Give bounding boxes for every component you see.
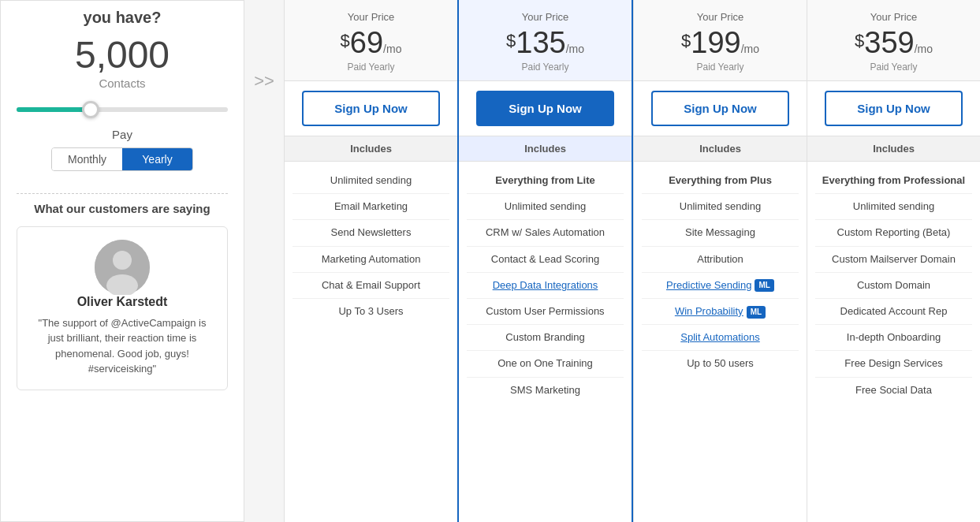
features-list-enterprise: Everything from ProfessionalUnlimited se… bbox=[807, 162, 980, 522]
arrow-col: >> bbox=[244, 0, 284, 522]
price-amount-plus: $135 bbox=[506, 26, 566, 59]
feature-item-professional-3: Attribution bbox=[642, 247, 799, 273]
plan-header-lite: Your Price$69/moPaid Yearly bbox=[285, 0, 457, 81]
signup-button-professional[interactable]: Sign Up Now bbox=[651, 91, 789, 126]
plan-col-enterprise: Your Price$359/moPaid YearlySign Up NowI… bbox=[807, 0, 980, 522]
feature-item-enterprise-1: Unlimited sending bbox=[815, 194, 972, 220]
plan-columns: Your Price$69/moPaid YearlySign Up NowIn… bbox=[284, 0, 980, 522]
features-list-professional: Everything from PlusUnlimited sendingSit… bbox=[634, 162, 807, 522]
feature-item-professional-0: Everything from Plus bbox=[642, 168, 799, 194]
testimonial-title: What our customers are saying bbox=[34, 202, 210, 215]
feature-item-lite-0: Unlimited sending bbox=[293, 168, 449, 194]
avatar-image bbox=[95, 240, 150, 295]
feature-item-plus-3: Contact & Lead Scoring bbox=[467, 247, 624, 273]
price-professional: $199/mo bbox=[642, 26, 799, 60]
svg-point-1 bbox=[113, 251, 132, 270]
signup-button-lite[interactable]: Sign Up Now bbox=[302, 91, 440, 126]
plan-col-lite: Your Price$69/moPaid YearlySign Up NowIn… bbox=[284, 0, 457, 522]
feature-item-enterprise-4: Custom Domain bbox=[815, 273, 972, 299]
feature-text-professional-4: Predictive Sending bbox=[666, 279, 751, 291]
feature-item-lite-5: Up To 3 Users bbox=[293, 299, 449, 324]
plan-col-plus: Your Price$135/moPaid YearlySign Up NowI… bbox=[457, 0, 633, 522]
signup-button-plus[interactable]: Sign Up Now bbox=[476, 91, 614, 126]
yearly-toggle[interactable]: Yearly bbox=[122, 148, 192, 170]
avatar bbox=[95, 240, 150, 295]
price-period-professional: /mo bbox=[741, 43, 759, 55]
feature-item-plus-8: SMS Marketing bbox=[467, 378, 624, 403]
divider bbox=[17, 193, 228, 194]
your-price-label-professional: Your Price bbox=[642, 11, 799, 23]
price-amount-lite: $69 bbox=[341, 26, 384, 59]
contacts-label: Contacts bbox=[99, 76, 145, 90]
monthly-toggle[interactable]: Monthly bbox=[52, 148, 122, 170]
ml-badge-professional-5: ML bbox=[747, 306, 766, 319]
pricing-table: Your Price$69/moPaid YearlySign Up NowIn… bbox=[284, 0, 980, 522]
feature-item-enterprise-8: Free Social Data bbox=[815, 378, 972, 403]
left-panel: you have? 5,000 Contacts Pay Monthly Yea… bbox=[0, 0, 244, 522]
feature-item-lite-1: Email Marketing bbox=[293, 194, 449, 220]
plan-col-professional: Your Price$199/moPaid YearlySign Up NowI… bbox=[633, 0, 807, 522]
feature-item-plus-0: Everything from Lite bbox=[467, 168, 624, 194]
price-paid-label-plus: Paid Yearly bbox=[467, 62, 624, 73]
feature-item-enterprise-7: Free Design Services bbox=[815, 351, 972, 377]
next-arrow-button[interactable]: >> bbox=[254, 71, 274, 91]
signup-button-enterprise[interactable]: Sign Up Now bbox=[825, 91, 963, 126]
pay-toggle-group: Monthly Yearly bbox=[51, 147, 193, 171]
price-period-plus: /mo bbox=[566, 43, 584, 55]
testimonial-card: Oliver Karstedt "The support of @ActiveC… bbox=[17, 226, 228, 390]
plan-header-enterprise: Your Price$359/moPaid Yearly bbox=[807, 0, 980, 81]
price-enterprise: $359/mo bbox=[815, 26, 972, 60]
feature-item-plus-7: One on One Training bbox=[467, 351, 624, 377]
feature-item-enterprise-3: Custom Mailserver Domain bbox=[815, 247, 972, 273]
your-price-label-lite: Your Price bbox=[293, 11, 449, 23]
plan-header-professional: Your Price$199/moPaid Yearly bbox=[634, 0, 807, 81]
your-price-label-enterprise: Your Price bbox=[815, 11, 972, 23]
feature-item-professional-5[interactable]: Win ProbabilityML bbox=[642, 299, 799, 325]
contacts-question: you have? bbox=[84, 9, 162, 27]
feature-item-professional-6[interactable]: Split Automations bbox=[642, 325, 799, 351]
feature-item-enterprise-0: Everything from Professional bbox=[815, 168, 972, 194]
pay-label: Pay bbox=[112, 128, 132, 141]
feature-item-plus-6: Custom Branding bbox=[467, 325, 624, 351]
plan-header-plus: Your Price$135/moPaid Yearly bbox=[459, 0, 632, 81]
price-period-enterprise: /mo bbox=[915, 43, 933, 55]
includes-header-enterprise: Includes bbox=[807, 136, 980, 162]
slider-wrapper[interactable] bbox=[17, 101, 228, 118]
your-price-label-plus: Your Price bbox=[467, 11, 624, 23]
price-amount-professional: $199 bbox=[681, 26, 741, 59]
includes-header-plus: Includes bbox=[459, 136, 632, 162]
feature-item-plus-5: Custom User Permissions bbox=[467, 299, 624, 325]
price-paid-label-enterprise: Paid Yearly bbox=[815, 62, 972, 73]
feature-item-professional-4[interactable]: Predictive SendingML bbox=[642, 273, 799, 299]
features-list-plus: Everything from LiteUnlimited sendingCRM… bbox=[459, 162, 632, 522]
price-plus: $135/mo bbox=[467, 26, 624, 60]
feature-item-enterprise-5: Dedicated Account Rep bbox=[815, 299, 972, 325]
feature-item-professional-2: Site Messaging bbox=[642, 220, 799, 246]
includes-header-professional: Includes bbox=[634, 136, 807, 162]
feature-item-professional-1: Unlimited sending bbox=[642, 194, 799, 220]
price-amount-enterprise: $359 bbox=[855, 26, 915, 59]
includes-header-lite: Includes bbox=[285, 136, 457, 162]
feature-item-lite-2: Send Newsletters bbox=[293, 220, 449, 246]
feature-item-plus-1: Unlimited sending bbox=[467, 194, 624, 220]
price-paid-label-lite: Paid Yearly bbox=[293, 62, 449, 73]
price-period-lite: /mo bbox=[383, 43, 401, 55]
feature-item-enterprise-6: In-depth Onboarding bbox=[815, 325, 972, 351]
price-lite: $69/mo bbox=[293, 26, 449, 60]
feature-item-plus-4[interactable]: Deep Data Integrations bbox=[467, 273, 624, 299]
features-list-lite: Unlimited sendingEmail MarketingSend New… bbox=[285, 162, 457, 522]
feature-item-lite-4: Chat & Email Support bbox=[293, 273, 449, 299]
feature-item-lite-3: Marketing Automation bbox=[293, 247, 449, 273]
person-quote: "The support of @ActiveCampaign is just … bbox=[30, 315, 214, 377]
feature-item-professional-7: Up to 50 users bbox=[642, 351, 799, 376]
ml-badge-professional-4: ML bbox=[755, 279, 773, 292]
feature-item-plus-2: CRM w/ Sales Automation bbox=[467, 220, 624, 246]
person-name: Oliver Karstedt bbox=[77, 295, 168, 309]
feature-item-enterprise-2: Custom Reporting (Beta) bbox=[815, 220, 972, 246]
price-paid-label-professional: Paid Yearly bbox=[642, 62, 799, 73]
contacts-number: 5,000 bbox=[75, 35, 170, 76]
feature-text-professional-5: Win Probability bbox=[675, 305, 743, 317]
